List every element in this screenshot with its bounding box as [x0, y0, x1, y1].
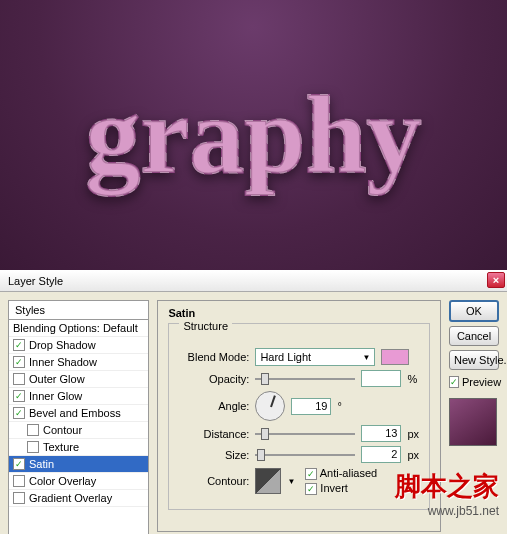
dialog-body: Styles Blending Options: Default Drop Sh… — [0, 292, 507, 534]
opacity-slider[interactable] — [255, 372, 355, 386]
style-label: Contour — [43, 424, 82, 436]
checkbox-icon[interactable] — [13, 492, 25, 504]
opacity-label: Opacity: — [179, 373, 249, 385]
style-drop-shadow[interactable]: Drop Shadow — [9, 337, 148, 354]
style-label: Inner Glow — [29, 390, 82, 402]
size-slider[interactable] — [255, 448, 355, 462]
checkbox-icon[interactable] — [13, 390, 25, 402]
panel-title: Satin — [168, 307, 195, 319]
styles-column: Styles Blending Options: Default Drop Sh… — [8, 300, 149, 532]
structure-group: Structure Blend Mode: Hard Light ▼ Opaci… — [168, 323, 430, 510]
checkbox-label: Anti-aliased — [320, 467, 377, 479]
slider-thumb-icon[interactable] — [261, 428, 269, 440]
group-label: Structure — [179, 320, 232, 332]
size-row: Size: 2 px — [179, 446, 419, 463]
checkbox-icon[interactable] — [27, 441, 39, 453]
contour-picker[interactable] — [255, 468, 281, 494]
angle-input[interactable]: 19 — [291, 398, 331, 415]
style-inner-shadow[interactable]: Inner Shadow — [9, 354, 148, 371]
dropdown-value: Hard Light — [260, 351, 311, 363]
style-blending-options[interactable]: Blending Options: Default — [9, 320, 148, 337]
style-gradient-overlay[interactable]: Gradient Overlay — [9, 490, 148, 507]
size-input[interactable]: 2 — [361, 446, 401, 463]
size-label: Size: — [179, 449, 249, 461]
dialog-title: Layer Style — [8, 275, 63, 287]
style-contour[interactable]: Contour — [9, 422, 148, 439]
slider-thumb-icon[interactable] — [257, 449, 265, 461]
cancel-button[interactable]: Cancel — [449, 326, 499, 346]
invert-checkbox[interactable]: Invert — [305, 482, 377, 495]
checkbox-icon[interactable] — [27, 424, 39, 436]
styles-list: Blending Options: Default Drop Shadow In… — [8, 319, 149, 534]
checkbox-icon[interactable] — [13, 356, 25, 368]
style-label: Bevel and Emboss — [29, 407, 121, 419]
style-satin[interactable]: Satin — [9, 456, 148, 473]
unit-label: ° — [337, 400, 341, 412]
checkbox-icon[interactable] — [13, 407, 25, 419]
style-label: Inner Shadow — [29, 356, 97, 368]
checkbox-icon[interactable] — [13, 339, 25, 351]
distance-input[interactable]: 13 — [361, 425, 401, 442]
style-label: Gradient Overlay — [29, 492, 112, 504]
contour-row: Contour: ▼ Anti-aliased Invert — [179, 467, 419, 495]
anti-aliased-checkbox[interactable]: Anti-aliased — [305, 467, 377, 480]
angle-row: Angle: 19 ° — [179, 391, 419, 421]
style-outer-glow[interactable]: Outer Glow — [9, 371, 148, 388]
style-color-overlay[interactable]: Color Overlay — [9, 473, 148, 490]
preview-checkbox[interactable]: Preview — [449, 376, 499, 388]
buttons-column: OK Cancel New Style... Preview — [449, 300, 499, 532]
style-label: Satin — [29, 458, 54, 470]
style-inner-glow[interactable]: Inner Glow — [9, 388, 148, 405]
preview-swatch — [449, 398, 497, 446]
ok-button[interactable]: OK — [449, 300, 499, 322]
distance-label: Distance: — [179, 428, 249, 440]
distance-row: Distance: 13 px — [179, 425, 419, 442]
checkbox-icon — [305, 468, 317, 480]
new-style-button[interactable]: New Style... — [449, 350, 499, 370]
checkbox-icon[interactable] — [13, 475, 25, 487]
color-swatch[interactable] — [381, 349, 409, 365]
opacity-input[interactable] — [361, 370, 401, 387]
checkbox-label: Invert — [320, 482, 348, 494]
slider-thumb-icon[interactable] — [261, 373, 269, 385]
checkbox-label: Preview — [462, 376, 501, 388]
contour-label: Contour: — [179, 475, 249, 487]
dialog-titlebar: Layer Style × — [0, 270, 507, 292]
blend-mode-dropdown[interactable]: Hard Light ▼ — [255, 348, 375, 366]
chevron-down-icon[interactable]: ▼ — [287, 477, 295, 486]
unit-label: % — [407, 373, 417, 385]
unit-label: px — [407, 449, 419, 461]
angle-label: Angle: — [179, 400, 249, 412]
checkbox-icon — [305, 483, 317, 495]
opacity-row: Opacity: % — [179, 370, 419, 387]
style-bevel-emboss[interactable]: Bevel and Emboss — [9, 405, 148, 422]
checkbox-icon — [449, 376, 459, 388]
chevron-down-icon: ▼ — [362, 353, 370, 362]
angle-dial[interactable] — [255, 391, 285, 421]
checkbox-icon[interactable] — [13, 373, 25, 385]
styles-header[interactable]: Styles — [8, 300, 149, 319]
style-texture[interactable]: Texture — [9, 439, 148, 456]
style-label: Color Overlay — [29, 475, 96, 487]
checkbox-icon[interactable] — [13, 458, 25, 470]
unit-label: px — [407, 428, 419, 440]
distance-slider[interactable] — [255, 427, 355, 441]
blend-mode-row: Blend Mode: Hard Light ▼ — [179, 348, 419, 366]
style-label: Blending Options: Default — [13, 322, 138, 334]
style-label: Texture — [43, 441, 79, 453]
document-canvas: graphy — [0, 0, 507, 270]
artwork-text: graphy — [85, 72, 421, 199]
close-icon[interactable]: × — [487, 272, 505, 288]
style-label: Drop Shadow — [29, 339, 96, 351]
style-label: Outer Glow — [29, 373, 85, 385]
satin-panel: Satin Structure Blend Mode: Hard Light ▼… — [157, 300, 441, 532]
blend-mode-label: Blend Mode: — [179, 351, 249, 363]
